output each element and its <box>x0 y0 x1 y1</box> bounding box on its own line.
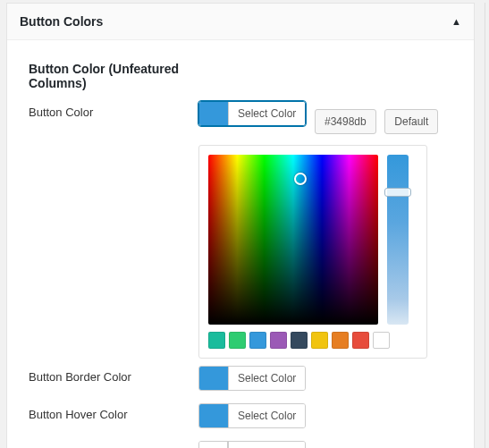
select-color-button[interactable]: Select Color <box>198 403 306 428</box>
hue-slider[interactable] <box>387 155 409 325</box>
field-border-color: Button Border Color Select Color <box>29 366 452 393</box>
preset-swatch[interactable] <box>311 332 328 349</box>
field-label: Button Color <box>29 101 198 119</box>
color-swatch <box>199 404 228 427</box>
select-color-button[interactable]: Select Color <box>198 441 306 448</box>
field-font-color: Button Font Color Select Color <box>29 441 452 448</box>
preset-swatch[interactable] <box>229 332 246 349</box>
preset-swatch[interactable] <box>291 332 308 349</box>
select-color-label: Select Color <box>228 102 305 125</box>
preset-swatch[interactable] <box>373 332 390 349</box>
select-color-button[interactable]: Select Color <box>198 101 306 126</box>
hex-value[interactable]: #3498db <box>315 109 376 134</box>
field-hover-color: Button Hover Color Select Color <box>29 403 452 430</box>
preset-swatch[interactable] <box>270 332 287 349</box>
field-label: Button Hover Color <box>29 403 198 421</box>
preset-swatch[interactable] <box>208 332 225 349</box>
default-button[interactable]: Default <box>384 109 438 134</box>
select-color-label: Select Color <box>228 404 305 427</box>
color-picker <box>198 145 427 359</box>
hue-handle[interactable] <box>384 188 411 197</box>
panel-body: Button Color (Unfeatured Columns) Button… <box>7 40 474 448</box>
color-swatch <box>199 442 228 448</box>
select-color-label: Select Color <box>228 442 305 448</box>
color-swatch <box>199 367 228 390</box>
saturation-cursor[interactable] <box>294 173 307 185</box>
preset-swatch[interactable] <box>352 332 369 349</box>
saturation-area[interactable] <box>208 155 378 325</box>
field-button-color: Button Color Select Color #3498db Defaul… <box>29 101 452 134</box>
panel-header[interactable]: Button Colors ▲ <box>7 4 474 40</box>
preset-row <box>208 332 417 349</box>
preset-swatch[interactable] <box>332 332 349 349</box>
preset-swatch[interactable] <box>249 332 266 349</box>
color-swatch <box>199 102 228 125</box>
select-color-label: Select Color <box>228 367 305 390</box>
section-title: Button Color (Unfeatured Columns) <box>29 62 207 90</box>
select-color-button[interactable]: Select Color <box>198 366 306 391</box>
collapse-icon: ▲ <box>451 16 461 27</box>
field-label: Button Border Color <box>29 366 198 384</box>
field-label: Button Font Color <box>29 441 198 448</box>
panel-title: Button Colors <box>20 14 103 29</box>
